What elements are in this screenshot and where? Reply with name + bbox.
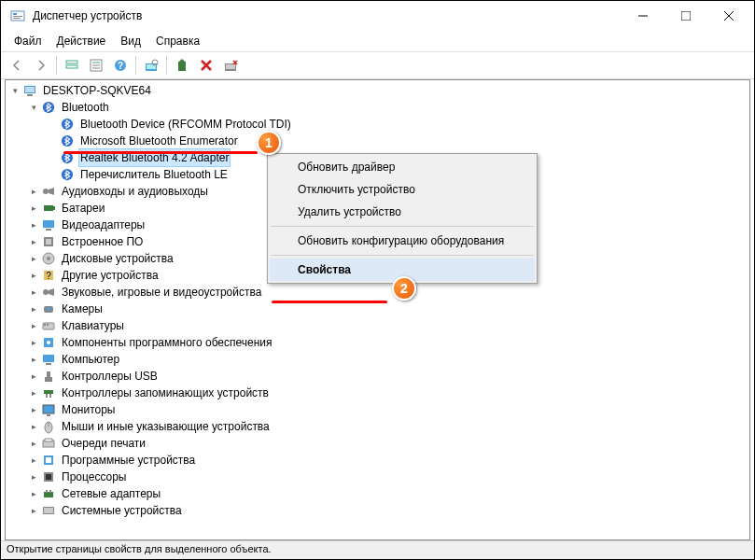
node-label: Звуковые, игровые и видеоустройства	[60, 284, 263, 301]
node-label: Камеры	[60, 301, 105, 317]
show-all-button[interactable]	[61, 54, 83, 77]
svg-rect-64	[44, 492, 53, 497]
tree-category[interactable]: ▸ Процессоры	[6, 469, 749, 485]
category-icon	[41, 335, 56, 350]
tree-category[interactable]: ▸ Сетевые адаптеры	[6, 485, 749, 502]
svg-rect-9	[66, 65, 77, 68]
window-title: Диспетчер устройств	[31, 9, 622, 22]
tree-bt-device[interactable]: Bluetooth Device (RFCOMM Protocol TDI)	[6, 116, 749, 133]
category-icon	[41, 503, 56, 518]
app-icon	[10, 8, 25, 23]
bluetooth-icon	[41, 100, 56, 115]
tree-category[interactable]: ▸ Мониторы	[6, 401, 749, 418]
category-icon	[41, 234, 56, 249]
tree-category[interactable]: ▸ Звуковые, игровые и видеоустройства	[6, 284, 749, 301]
expander-icon[interactable]: ▸	[28, 505, 39, 516]
uninstall-button[interactable]	[195, 54, 217, 77]
expander-icon[interactable]: ▸	[28, 354, 39, 365]
svg-point-38	[47, 257, 50, 260]
node-label: Перечислитель Bluetooth LE	[78, 166, 230, 183]
category-icon	[41, 436, 56, 451]
device-tree-panel: ▾ DESKTOP-SQKVE64 ▾ Bluetooth Bluetooth …	[5, 79, 750, 540]
svg-rect-46	[47, 324, 49, 326]
menu-view[interactable]: Вид	[113, 33, 148, 49]
svg-rect-54	[43, 405, 54, 413]
expander-icon[interactable]: ▸	[28, 287, 39, 298]
expander-icon[interactable]: ▸	[28, 270, 39, 281]
expander-icon[interactable]: ▸	[28, 186, 39, 197]
menubar: Файл Действие Вид Справка	[1, 31, 754, 51]
ctx-disable-device[interactable]: Отключить устройство	[270, 178, 535, 201]
expander-icon[interactable]: ▸	[28, 455, 39, 466]
svg-point-41	[43, 289, 49, 295]
context-menu: Обновить драйвер Отключить устройство Уд…	[267, 153, 538, 284]
expander-icon[interactable]: ▸	[28, 337, 39, 348]
node-label: Клавиатуры	[60, 317, 126, 334]
forward-button[interactable]	[30, 54, 52, 77]
expander-icon[interactable]: ▸	[28, 438, 39, 449]
svg-text:?: ?	[46, 271, 51, 281]
category-icon	[41, 486, 56, 501]
properties-button[interactable]	[85, 54, 107, 77]
expander-icon[interactable]: ▸	[28, 236, 39, 247]
svg-rect-32	[53, 206, 55, 210]
expander-icon[interactable]: ▸	[28, 387, 39, 399]
svg-rect-33	[43, 220, 54, 228]
svg-rect-49	[43, 355, 54, 362]
expander-icon[interactable]: ▸	[28, 471, 39, 483]
svg-rect-31	[44, 205, 53, 211]
menu-action[interactable]: Действие	[49, 33, 114, 49]
help-button[interactable]: ?	[109, 54, 132, 77]
tree-category[interactable]: ▸ Мыши и иные указывающие устройства	[6, 418, 749, 435]
category-icon	[41, 217, 56, 232]
expander-icon[interactable]: ▸	[28, 203, 39, 214]
expander-icon[interactable]: ▾	[28, 102, 39, 113]
category-icon	[41, 318, 56, 333]
tree-bt-device[interactable]: Microsoft Bluetooth Enumerator	[6, 133, 749, 149]
node-label: Сетевые адаптеры	[60, 485, 162, 502]
tree-category[interactable]: ▸ Системные устройства	[6, 502, 749, 519]
svg-rect-21	[226, 64, 235, 69]
svg-rect-68	[44, 508, 53, 513]
svg-point-43	[47, 307, 50, 311]
expander-icon[interactable]: ▸	[28, 219, 39, 231]
node-label: Встроенное ПО	[60, 233, 145, 250]
ctx-uninstall-device[interactable]: Удалить устройство	[270, 201, 535, 223]
svg-rect-34	[46, 229, 51, 231]
bluetooth-icon	[60, 167, 75, 182]
scan-button[interactable]	[140, 54, 162, 77]
expander-icon[interactable]: ▸	[28, 303, 39, 315]
tree-category[interactable]: ▸ Клавиатуры	[6, 317, 749, 334]
tree-category[interactable]: ▸ Программные устройства	[6, 452, 749, 469]
expander-icon[interactable]: ▸	[28, 488, 39, 499]
menu-help[interactable]: Справка	[148, 33, 207, 49]
tree-bluetooth[interactable]: ▾ Bluetooth	[6, 99, 749, 116]
maximize-button[interactable]	[664, 2, 707, 30]
tree-category[interactable]: ▸ Контроллеры запоминающих устройств	[6, 385, 749, 401]
ctx-scan-hardware[interactable]: Обновить конфигурацию оборудования	[270, 230, 535, 252]
expander-icon[interactable]: ▸	[28, 421, 39, 432]
category-icon	[41, 453, 56, 468]
tree-category[interactable]: ▸ Компьютер	[6, 351, 749, 368]
expander-icon[interactable]: ▾	[9, 85, 21, 96]
expander-icon[interactable]: ▸	[28, 253, 39, 264]
ctx-update-driver[interactable]: Обновить драйвер	[270, 156, 535, 178]
expander-icon[interactable]: ▸	[28, 371, 39, 382]
computer-icon	[22, 83, 37, 98]
minimize-button[interactable]	[622, 2, 664, 30]
svg-rect-23	[25, 87, 35, 92]
node-label: Другие устройства	[60, 267, 161, 284]
close-button[interactable]	[707, 2, 750, 30]
back-button[interactable]	[6, 54, 28, 77]
expander-icon[interactable]: ▸	[28, 404, 39, 415]
tree-category[interactable]: ▸ Компоненты программного обеспечения	[6, 334, 749, 351]
menu-file[interactable]: Файл	[7, 33, 49, 49]
expander-icon[interactable]: ▸	[28, 320, 39, 331]
tree-category[interactable]: ▸ Очереди печати	[6, 435, 749, 452]
disable-button[interactable]	[219, 54, 242, 77]
tree-root[interactable]: ▾ DESKTOP-SQKVE64	[6, 82, 749, 99]
tree-category[interactable]: ▸ Контроллеры USB	[6, 368, 749, 385]
update-driver-button[interactable]	[171, 54, 193, 77]
bluetooth-icon	[60, 133, 75, 148]
category-icon	[41, 419, 56, 434]
